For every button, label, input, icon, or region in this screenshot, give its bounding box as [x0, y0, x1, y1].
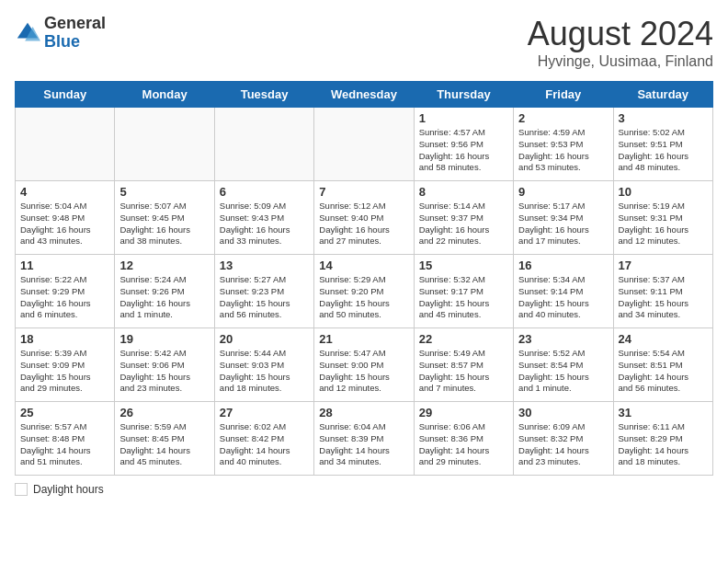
day-number: 25 — [20, 406, 109, 419]
calendar-cell: 27Sunrise: 6:02 AM Sunset: 8:42 PM Dayli… — [214, 402, 313, 476]
day-number: 23 — [518, 332, 608, 346]
weekday-header-monday: Monday — [115, 82, 214, 108]
calendar-table: SundayMondayTuesdayWednesdayThursdayFrid… — [15, 81, 713, 476]
calendar-cell: 29Sunrise: 6:06 AM Sunset: 8:36 PM Dayli… — [414, 402, 513, 476]
calendar-cell: 22Sunrise: 5:49 AM Sunset: 8:57 PM Dayli… — [414, 328, 513, 402]
day-number: 11 — [20, 259, 109, 272]
day-info: Sunrise: 6:04 AM Sunset: 8:39 PM Dayligh… — [319, 421, 408, 468]
calendar-cell: 16Sunrise: 5:34 AM Sunset: 9:14 PM Dayli… — [514, 255, 613, 328]
day-info: Sunrise: 5:24 AM Sunset: 9:26 PM Dayligh… — [119, 274, 209, 321]
day-info: Sunrise: 5:22 AM Sunset: 9:29 PM Dayligh… — [20, 274, 109, 321]
calendar-cell: 30Sunrise: 6:09 AM Sunset: 8:32 PM Dayli… — [514, 402, 613, 476]
calendar-cell: 14Sunrise: 5:29 AM Sunset: 9:20 PM Dayli… — [314, 255, 414, 328]
week-row-3: 18Sunrise: 5:39 AM Sunset: 9:09 PM Dayli… — [16, 328, 713, 402]
week-row-4: 25Sunrise: 5:57 AM Sunset: 8:48 PM Dayli… — [16, 402, 713, 476]
page-header: General Blue August 2024 Hyvinge, Uusima… — [15, 15, 713, 70]
calendar-cell: 7Sunrise: 5:12 AM Sunset: 9:40 PM Daylig… — [314, 181, 414, 255]
week-row-1: 4Sunrise: 5:04 AM Sunset: 9:48 PM Daylig… — [16, 181, 713, 255]
calendar-cell: 17Sunrise: 5:37 AM Sunset: 9:11 PM Dayli… — [613, 255, 712, 328]
day-info: Sunrise: 6:09 AM Sunset: 8:32 PM Dayligh… — [518, 421, 608, 468]
day-number: 7 — [319, 185, 408, 199]
day-number: 1 — [419, 111, 508, 125]
day-number: 5 — [119, 185, 209, 199]
day-number: 29 — [419, 406, 508, 419]
day-number: 22 — [419, 332, 508, 346]
day-info: Sunrise: 5:04 AM Sunset: 9:48 PM Dayligh… — [20, 201, 109, 247]
month-title: August 2024 — [528, 15, 713, 53]
day-info: Sunrise: 5:19 AM Sunset: 9:31 PM Dayligh… — [619, 201, 708, 247]
weekday-header-row: SundayMondayTuesdayWednesdayThursdayFrid… — [16, 82, 713, 108]
calendar-cell: 31Sunrise: 6:11 AM Sunset: 8:29 PM Dayli… — [613, 402, 712, 476]
day-number: 31 — [619, 406, 708, 419]
calendar-cell — [214, 108, 313, 181]
weekday-header-wednesday: Wednesday — [314, 82, 414, 108]
day-number: 17 — [619, 259, 708, 272]
day-number: 8 — [419, 185, 508, 199]
title-area: August 2024 Hyvinge, Uusimaa, Finland — [528, 15, 713, 70]
logo-blue-text: Blue — [44, 33, 106, 52]
week-row-2: 11Sunrise: 5:22 AM Sunset: 9:29 PM Dayli… — [16, 255, 713, 328]
day-info: Sunrise: 6:02 AM Sunset: 8:42 PM Dayligh… — [220, 421, 309, 468]
weekday-header-sunday: Sunday — [16, 82, 115, 108]
day-info: Sunrise: 6:06 AM Sunset: 8:36 PM Dayligh… — [419, 421, 508, 468]
day-number: 14 — [319, 259, 408, 272]
calendar-cell — [115, 108, 214, 181]
calendar-cell: 26Sunrise: 5:59 AM Sunset: 8:45 PM Dayli… — [115, 402, 214, 476]
day-number: 18 — [20, 332, 109, 346]
day-info: Sunrise: 5:44 AM Sunset: 9:03 PM Dayligh… — [220, 348, 309, 395]
calendar-cell: 19Sunrise: 5:42 AM Sunset: 9:06 PM Dayli… — [115, 328, 214, 402]
calendar-cell: 23Sunrise: 5:52 AM Sunset: 8:54 PM Dayli… — [514, 328, 613, 402]
day-number: 10 — [619, 185, 708, 199]
calendar-cell: 12Sunrise: 5:24 AM Sunset: 9:26 PM Dayli… — [115, 255, 214, 328]
calendar-cell: 11Sunrise: 5:22 AM Sunset: 9:29 PM Dayli… — [16, 255, 115, 328]
calendar-cell: 28Sunrise: 6:04 AM Sunset: 8:39 PM Dayli… — [314, 402, 414, 476]
calendar-cell: 4Sunrise: 5:04 AM Sunset: 9:48 PM Daylig… — [16, 181, 115, 255]
day-info: Sunrise: 5:14 AM Sunset: 9:37 PM Dayligh… — [419, 201, 508, 247]
day-number: 30 — [518, 406, 608, 419]
day-number: 28 — [319, 406, 408, 419]
day-number: 19 — [119, 332, 209, 346]
day-number: 26 — [119, 406, 209, 419]
day-number: 20 — [220, 332, 309, 346]
day-info: Sunrise: 5:02 AM Sunset: 9:51 PM Dayligh… — [619, 127, 708, 174]
calendar-cell: 3Sunrise: 5:02 AM Sunset: 9:51 PM Daylig… — [613, 108, 712, 181]
logo-icon — [15, 20, 40, 46]
day-info: Sunrise: 5:17 AM Sunset: 9:34 PM Dayligh… — [518, 201, 608, 247]
day-number: 6 — [220, 185, 309, 199]
day-number: 9 — [518, 185, 608, 199]
calendar-cell: 13Sunrise: 5:27 AM Sunset: 9:23 PM Dayli… — [214, 255, 313, 328]
day-number: 2 — [518, 111, 608, 125]
day-info: Sunrise: 5:59 AM Sunset: 8:45 PM Dayligh… — [119, 421, 209, 468]
day-info: Sunrise: 5:34 AM Sunset: 9:14 PM Dayligh… — [518, 274, 608, 321]
day-number: 21 — [319, 332, 408, 346]
logo: General Blue — [15, 15, 106, 52]
legend-label: Daylight hours — [33, 483, 104, 496]
weekday-header-saturday: Saturday — [613, 82, 712, 108]
weekday-header-thursday: Thursday — [414, 82, 513, 108]
logo-general-text: General — [44, 15, 106, 33]
day-info: Sunrise: 5:12 AM Sunset: 9:40 PM Dayligh… — [319, 201, 408, 247]
calendar-cell: 2Sunrise: 4:59 AM Sunset: 9:53 PM Daylig… — [514, 108, 613, 181]
calendar-cell: 1Sunrise: 4:57 AM Sunset: 9:56 PM Daylig… — [414, 108, 513, 181]
legend-box — [15, 483, 28, 496]
calendar-cell: 21Sunrise: 5:47 AM Sunset: 9:00 PM Dayli… — [314, 328, 414, 402]
calendar-cell: 9Sunrise: 5:17 AM Sunset: 9:34 PM Daylig… — [514, 181, 613, 255]
day-number: 12 — [119, 259, 209, 272]
day-info: Sunrise: 5:57 AM Sunset: 8:48 PM Dayligh… — [20, 421, 109, 468]
day-info: Sunrise: 5:29 AM Sunset: 9:20 PM Dayligh… — [319, 274, 408, 321]
day-number: 13 — [220, 259, 309, 272]
day-info: Sunrise: 5:47 AM Sunset: 9:00 PM Dayligh… — [319, 348, 408, 395]
legend-area: Daylight hours — [15, 483, 713, 496]
calendar-cell — [16, 108, 115, 181]
day-info: Sunrise: 5:49 AM Sunset: 8:57 PM Dayligh… — [419, 348, 508, 395]
day-info: Sunrise: 5:09 AM Sunset: 9:43 PM Dayligh… — [220, 201, 309, 247]
day-info: Sunrise: 5:07 AM Sunset: 9:45 PM Dayligh… — [119, 201, 209, 247]
day-info: Sunrise: 5:27 AM Sunset: 9:23 PM Dayligh… — [220, 274, 309, 321]
day-number: 24 — [619, 332, 708, 346]
calendar-cell: 20Sunrise: 5:44 AM Sunset: 9:03 PM Dayli… — [214, 328, 313, 402]
day-info: Sunrise: 5:52 AM Sunset: 8:54 PM Dayligh… — [518, 348, 608, 395]
location-title: Hyvinge, Uusimaa, Finland — [528, 53, 713, 70]
day-info: Sunrise: 5:37 AM Sunset: 9:11 PM Dayligh… — [619, 274, 708, 321]
day-info: Sunrise: 5:54 AM Sunset: 8:51 PM Dayligh… — [619, 348, 708, 395]
day-info: Sunrise: 5:42 AM Sunset: 9:06 PM Dayligh… — [119, 348, 209, 395]
